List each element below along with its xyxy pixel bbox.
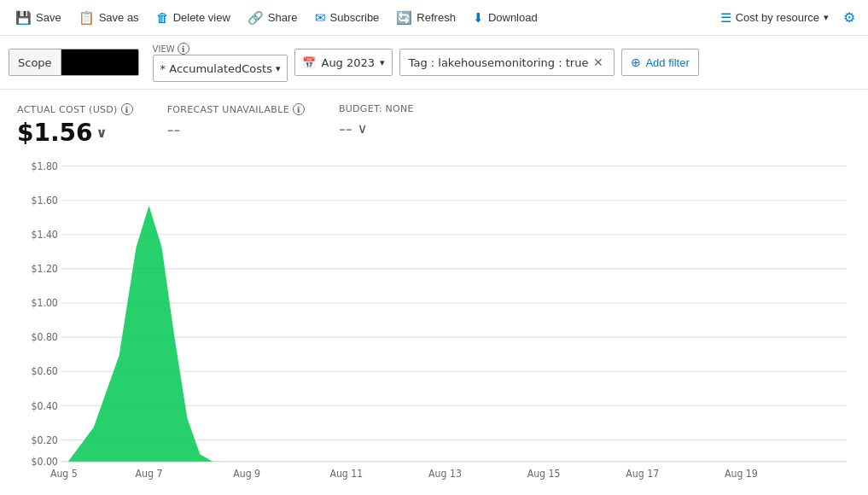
save-icon: 💾 (15, 10, 32, 26)
actual-cost-label: ACTUAL COST (USD) ℹ (17, 103, 133, 115)
cost-chart: $1.80 $1.60 $1.40 $1.20 $1.00 $0.80 $0.6… (17, 157, 851, 481)
actual-cost-value: $1.56 ∨ (17, 119, 133, 147)
scope-value (61, 50, 138, 75)
toolbar: 💾 Save 📋 Save as 🗑 Delete view 🔗 Share ✉… (0, 0, 868, 36)
svg-text:$1.80: $1.80 (31, 160, 57, 172)
forecast-info-icon[interactable]: ℹ (293, 103, 305, 115)
forecast-label: FORECAST UNAVAILABLE ℹ (167, 103, 305, 115)
svg-text:Aug 19: Aug 19 (725, 468, 758, 479)
svg-text:$0.40: $0.40 (31, 400, 57, 411)
svg-text:$1.40: $1.40 (31, 230, 57, 241)
actual-cost-chevron: ∨ (96, 125, 108, 141)
view-dropdown[interactable]: * AccumulatedCosts ▾ (153, 55, 288, 82)
svg-text:$0.80: $0.80 (31, 332, 57, 343)
svg-marker-20 (68, 206, 213, 462)
forecast-block: FORECAST UNAVAILABLE ℹ -- (167, 103, 305, 147)
svg-text:$0.60: $0.60 (31, 366, 57, 377)
svg-text:Aug 17: Aug 17 (626, 468, 659, 479)
download-icon: ⬇ (473, 10, 484, 26)
svg-text:Aug 13: Aug 13 (428, 468, 462, 479)
actual-cost-block: ACTUAL COST (USD) ℹ $1.56 ∨ (17, 103, 133, 147)
tag-remove-button[interactable]: ✕ (591, 55, 605, 69)
refresh-button[interactable]: 🔄 Refresh (389, 6, 463, 30)
svg-text:Aug 5: Aug 5 (50, 468, 78, 479)
gear-icon: ⚙ (843, 10, 855, 25)
refresh-icon: 🔄 (396, 10, 412, 26)
main-content: ACTUAL COST (USD) ℹ $1.56 ∨ FORECAST UNA… (0, 90, 868, 481)
tag-filter: Tag : lakehousemonitoring : true ✕ (399, 49, 615, 76)
budget-value: -- ∨ (339, 118, 414, 139)
budget-block: BUDGET: NONE -- ∨ (339, 103, 414, 147)
share-icon: 🔗 (248, 10, 264, 26)
subscribe-icon: ✉ (315, 10, 326, 26)
add-filter-icon: ⊕ (631, 55, 641, 69)
actual-cost-info-icon[interactable]: ℹ (121, 103, 133, 115)
view-info-icon[interactable]: ℹ (178, 43, 189, 55)
forecast-value: -- (167, 119, 305, 140)
svg-text:$1.20: $1.20 (31, 264, 57, 275)
subscribe-button[interactable]: ✉ Subscribe (308, 6, 387, 30)
saveas-icon: 📋 (79, 10, 95, 26)
calendar-icon: 📅 (302, 56, 316, 69)
delete-button[interactable]: 🗑 Delete view (149, 6, 237, 29)
chevron-down-icon: ▾ (276, 63, 281, 74)
svg-text:$1.60: $1.60 (31, 195, 57, 207)
budget-label: BUDGET: NONE (339, 103, 414, 114)
cost-by-resource-button[interactable]: ☰ Cost by resource ▾ (714, 6, 836, 30)
date-dropdown[interactable]: 📅 Aug 2023 ▾ (294, 49, 392, 76)
share-button[interactable]: 🔗 Share (241, 6, 305, 30)
svg-text:Aug 15: Aug 15 (527, 468, 561, 479)
view-group: VIEW ℹ * AccumulatedCosts ▾ (153, 43, 288, 82)
chevron-down-icon: ▾ (824, 12, 829, 23)
metrics-row: ACTUAL COST (USD) ℹ $1.56 ∨ FORECAST UNA… (17, 103, 851, 147)
view-label: VIEW ℹ (153, 43, 288, 55)
filterbar: Scope VIEW ℹ * AccumulatedCosts ▾ 📅 Aug … (0, 36, 868, 90)
svg-text:$0.00: $0.00 (31, 457, 57, 468)
saveas-button[interactable]: 📋 Save as (72, 6, 146, 30)
budget-chevron: ∨ (358, 120, 368, 137)
svg-text:$1.00: $1.00 (31, 298, 57, 309)
settings-button[interactable]: ⚙ (839, 5, 859, 30)
scope-group: Scope (9, 49, 139, 76)
chart-area: $1.80 $1.60 $1.40 $1.20 $1.00 $0.80 $0.6… (17, 157, 851, 481)
cost-icon: ☰ (720, 10, 731, 26)
save-button[interactable]: 💾 Save (9, 6, 68, 30)
scope-label: Scope (9, 50, 61, 75)
download-button[interactable]: ⬇ Download (466, 6, 545, 30)
svg-text:Aug 11: Aug 11 (329, 468, 363, 479)
delete-icon: 🗑 (156, 10, 169, 25)
svg-text:Aug 7: Aug 7 (136, 468, 163, 479)
add-filter-button[interactable]: ⊕ Add filter (621, 49, 698, 76)
chevron-down-icon: ▾ (380, 57, 385, 68)
svg-text:Aug 9: Aug 9 (233, 468, 260, 479)
svg-text:$0.20: $0.20 (31, 434, 57, 446)
